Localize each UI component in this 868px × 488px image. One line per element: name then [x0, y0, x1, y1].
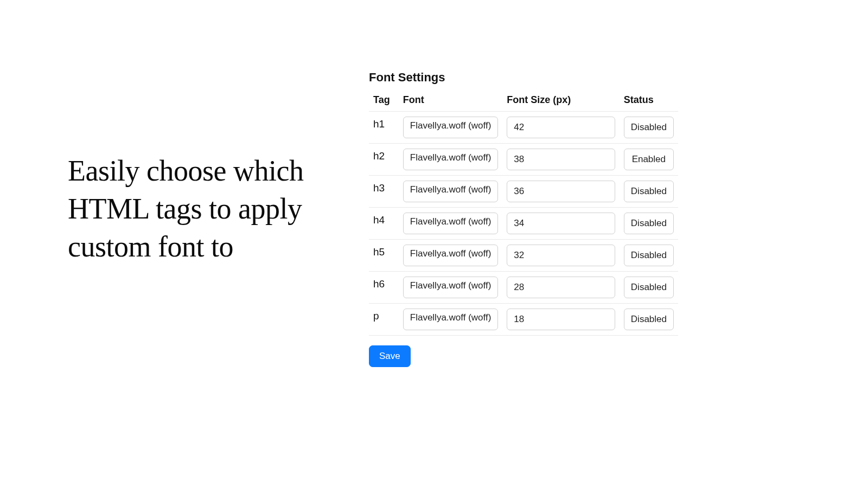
font-size-input[interactable] [507, 277, 615, 298]
table-row: p Flavellya.woff (woff) Disabled [369, 304, 678, 336]
table-row: h3 Flavellya.woff (woff) Disabled [369, 176, 678, 208]
table-row: h2 Flavellya.woff (woff) Enabled [369, 144, 678, 176]
status-toggle-button[interactable]: Disabled [624, 309, 674, 330]
font-size-input[interactable] [507, 245, 615, 266]
font-size-input[interactable] [507, 181, 615, 202]
font-size-input[interactable] [507, 309, 615, 330]
font-select[interactable]: Flavellya.woff (woff) [403, 181, 499, 202]
column-header-size: Font Size (px) [502, 91, 619, 112]
table-row: h4 Flavellya.woff (woff) Disabled [369, 208, 678, 240]
tag-label: h3 [369, 176, 399, 208]
tag-label: h4 [369, 208, 399, 240]
tag-label: h5 [369, 240, 399, 272]
status-toggle-button[interactable]: Disabled [624, 117, 674, 138]
table-row: h6 Flavellya.woff (woff) Disabled [369, 272, 678, 304]
font-select[interactable]: Flavellya.woff (woff) [403, 117, 499, 138]
status-toggle-button[interactable]: Disabled [624, 181, 674, 202]
column-header-font: Font [399, 91, 503, 112]
column-header-tag: Tag [369, 91, 399, 112]
save-button[interactable]: Save [369, 345, 411, 367]
font-select[interactable]: Flavellya.woff (woff) [403, 245, 499, 266]
table-row: h5 Flavellya.woff (woff) Disabled [369, 240, 678, 272]
font-select[interactable]: Flavellya.woff (woff) [403, 149, 499, 170]
tag-label: h1 [369, 112, 399, 144]
font-size-input[interactable] [507, 213, 615, 234]
font-settings-table: Tag Font Font Size (px) Status h1 Flavel… [369, 91, 678, 336]
status-toggle-button[interactable]: Disabled [624, 213, 674, 234]
font-select[interactable]: Flavellya.woff (woff) [403, 213, 499, 234]
status-toggle-button[interactable]: Disabled [624, 245, 674, 266]
font-size-input[interactable] [507, 149, 615, 170]
font-select[interactable]: Flavellya.woff (woff) [403, 277, 499, 298]
column-header-status: Status [620, 91, 678, 112]
font-select[interactable]: Flavellya.woff (woff) [403, 309, 499, 330]
status-toggle-button[interactable]: Disabled [624, 277, 674, 298]
status-toggle-button[interactable]: Enabled [624, 149, 674, 170]
tag-label: h6 [369, 272, 399, 304]
panel-title: Font Settings [369, 70, 678, 85]
font-size-input[interactable] [507, 117, 615, 138]
tag-label: p [369, 304, 399, 336]
marketing-headline: Easily choose which HTML tags to apply c… [68, 152, 326, 266]
tag-label: h2 [369, 144, 399, 176]
table-row: h1 Flavellya.woff (woff) Disabled [369, 112, 678, 144]
